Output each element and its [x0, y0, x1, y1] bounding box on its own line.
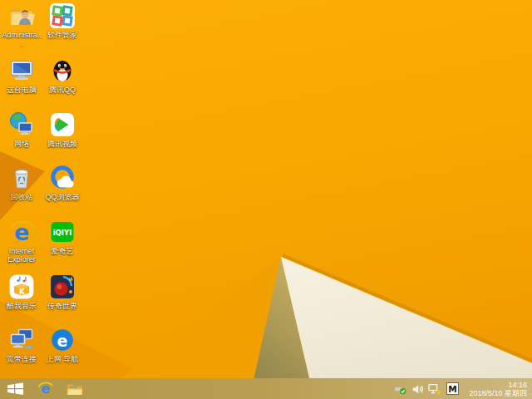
icon-label: Administra...	[2, 31, 42, 47]
screen: { "wallpaper": { "base_color": "#F7A700"…	[0, 0, 532, 399]
desktop[interactable]: Administra... 软件管家 这台电脑	[0, 0, 532, 378]
tencent-qq-icon	[49, 57, 76, 84]
icon-label: 爱奇艺	[52, 247, 74, 255]
volume-icon[interactable]	[411, 383, 423, 395]
recycle-bin-icon	[8, 165, 35, 191]
icon-label: 宽带连接	[7, 355, 37, 363]
desktop-icon-software-manager[interactable]: 软件管家	[42, 2, 82, 39]
desktop-icon-network[interactable]: 网络	[2, 111, 42, 148]
icon-label: 腾讯视频	[47, 140, 77, 148]
administrator-folder-icon	[8, 2, 35, 29]
desktop-icon-tencent-qq[interactable]: 腾讯QQ	[42, 57, 82, 94]
icon-label: QQ浏览器	[45, 193, 79, 201]
broadband-connection-icon	[8, 327, 35, 353]
icon-label: Internet Explorer	[2, 247, 42, 264]
tencent-video-icon	[49, 111, 76, 138]
svg-text:M: M	[449, 384, 457, 394]
desktop-icon-broadband-connection[interactable]: 宽带连接	[2, 327, 42, 363]
start-button[interactable]	[0, 378, 31, 399]
icon-label: 腾讯QQ	[49, 86, 76, 94]
icon-label: 传奇世界	[47, 302, 77, 310]
ime-mode-icon[interactable]: M	[446, 382, 459, 395]
file-explorer-icon	[66, 382, 83, 396]
svg-text:iQIYI: iQIYI	[53, 229, 72, 237]
internet-explorer-icon: e	[37, 381, 53, 397]
desktop-icon-legend-world[interactable]: 传奇世界	[42, 273, 82, 310]
taskbar-clock[interactable]: 14:16 2018/5/10 星期四	[464, 381, 527, 397]
taskbar: e	[0, 378, 532, 399]
this-pc-icon	[8, 57, 35, 84]
windows-logo-icon	[7, 382, 24, 396]
kuwo-music-icon: K	[8, 273, 35, 300]
desktop-icon-kuwo-music[interactable]: K 酷我音乐	[2, 273, 42, 310]
desktop-icon-this-pc[interactable]: 这台电脑	[2, 57, 42, 94]
desktop-icon-web-navigation[interactable]: e 上网 导航	[42, 327, 82, 363]
system-tray: M 14:16 2018/5/10 星期四	[394, 378, 532, 399]
internet-explorer-icon: e	[8, 219, 35, 245]
network-warning-icon[interactable]	[428, 383, 441, 395]
qq-browser-icon	[49, 165, 76, 191]
legend-world-game-icon	[49, 273, 76, 300]
desktop-icon-tencent-video[interactable]: 腾讯视频	[42, 111, 82, 148]
icon-label: 网络	[14, 140, 29, 148]
desktop-icon-iqiyi[interactable]: iQIYI 爱奇艺	[42, 219, 82, 255]
desktop-icon-recycle-bin[interactable]: 回收站	[2, 165, 42, 201]
web-navigation-icon: e	[49, 327, 76, 353]
taskbar-file-explorer-button[interactable]	[60, 378, 90, 399]
software-manager-icon	[49, 2, 76, 29]
icon-label: 这台电脑	[7, 86, 37, 94]
svg-text:e: e	[57, 332, 68, 350]
usb-safely-remove-icon[interactable]	[394, 382, 406, 395]
icon-label: 软件管家	[47, 31, 77, 39]
network-icon	[8, 111, 35, 138]
clock-date: 2018/5/10 星期四	[469, 389, 527, 397]
icon-label: 酷我音乐	[7, 302, 37, 310]
desktop-icon-administrator[interactable]: Administra...	[2, 2, 42, 47]
iqiyi-icon: iQIYI	[49, 219, 76, 245]
icon-label: 上网 导航	[47, 355, 79, 363]
desktop-icon-internet-explorer[interactable]: e Internet Explorer	[2, 219, 42, 264]
taskbar-internet-explorer-button[interactable]: e	[31, 378, 60, 399]
clock-time: 14:16	[469, 381, 527, 389]
svg-text:K: K	[19, 288, 26, 296]
icon-label: 回收站	[11, 193, 33, 201]
desktop-icon-qq-browser[interactable]: QQ浏览器	[42, 165, 82, 201]
